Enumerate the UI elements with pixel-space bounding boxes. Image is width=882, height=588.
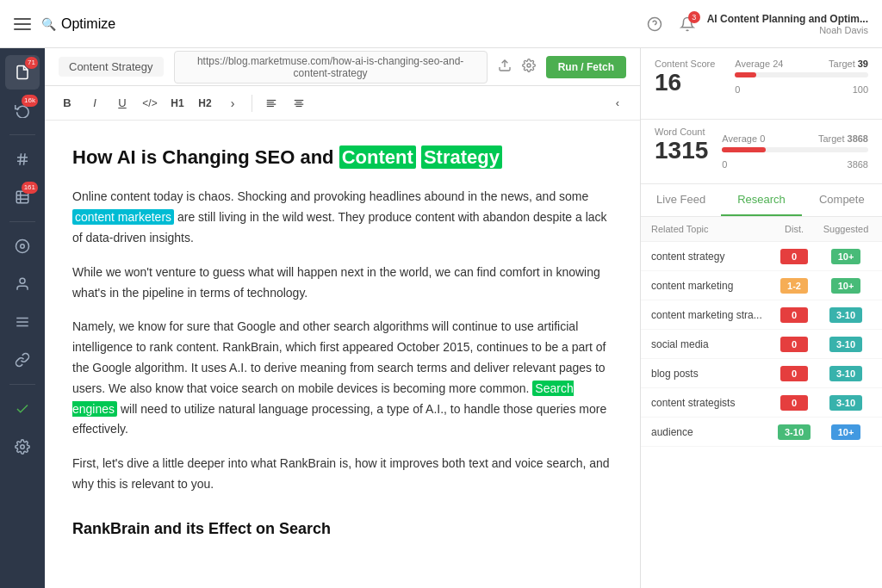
content-strategy-tab[interactable]: Content Strategy: [59, 57, 164, 77]
code-button[interactable]: </>: [138, 91, 162, 115]
word-count-label: Word Count: [655, 127, 708, 137]
sidebar-divider-1: [9, 134, 35, 135]
doc-title: AI Content Planning and Optim...: [707, 13, 868, 25]
topic-dist: 1-2: [768, 277, 820, 294]
sidebar-item-settings[interactable]: [5, 430, 40, 464]
word-meta: Average 0 Target 3868 0 3868: [722, 127, 868, 173]
table-row: content strategy 0 10+: [641, 242, 882, 271]
sidebar-badge-71: 71: [25, 57, 38, 69]
content-score-value: 16: [655, 71, 721, 95]
word-count-value: 1315: [655, 139, 708, 163]
h1-button[interactable]: H1: [165, 91, 189, 115]
paragraph-3: Namely, we know for sure that Google and…: [72, 317, 612, 440]
table-row: content marketing 1-2 10+: [641, 271, 882, 300]
topic-sugg: 3-10: [820, 306, 872, 323]
svg-point-15: [527, 64, 531, 67]
format-bar: B I U </> H1 H2 › ‹: [45, 86, 640, 121]
left-sidebar: 71 16k 161: [0, 48, 45, 588]
target-value: 39: [858, 59, 868, 69]
topic-dist: 0: [768, 306, 820, 323]
svg-point-7: [16, 240, 29, 253]
bold-button[interactable]: B: [55, 91, 79, 115]
collapse-button[interactable]: ‹: [606, 91, 630, 115]
menu-icon[interactable]: [14, 15, 31, 33]
sidebar-item-check[interactable]: [5, 392, 40, 426]
main-layout: 71 16k 161: [0, 48, 882, 588]
score-meta: Average 24 Target 39 0 100: [735, 59, 868, 98]
avg-value: 24: [773, 59, 783, 69]
word-avg-label: Average 0: [722, 133, 765, 144]
upload-icon[interactable]: [498, 59, 512, 76]
tab-research[interactable]: Research: [721, 184, 801, 216]
highlight-content-marketers: content marketers: [72, 209, 174, 225]
run-fetch-button[interactable]: Run / Fetch: [546, 56, 626, 78]
bar-min: 0: [735, 84, 740, 95]
word-bar-min: 0: [722, 159, 727, 170]
underline-button[interactable]: U: [110, 91, 134, 115]
url-bar[interactable]: https://blog.marketmuse.com/how-ai-is-ch…: [174, 51, 488, 84]
word-target-label: Target 3868: [818, 133, 868, 144]
svg-point-9: [20, 278, 25, 283]
target-label: Target 39: [829, 59, 868, 69]
gear-icon[interactable]: [522, 59, 536, 76]
table-row: audience 3-10 10+: [641, 418, 882, 447]
svg-point-13: [21, 445, 25, 449]
sidebar-item-circle[interactable]: [5, 229, 40, 263]
top-bar-right: 3 AI Content Planning and Optim... Noah …: [645, 13, 868, 35]
topic-sugg: 3-10: [820, 365, 872, 381]
tab-live-feed[interactable]: Live Feed: [641, 184, 721, 216]
word-count-block: Word Count 1315: [655, 127, 708, 163]
title-plain: How AI is Changing SEO and: [72, 146, 339, 168]
sidebar-item-undo[interactable]: 16k: [5, 93, 40, 127]
col-topic: Related Topic: [651, 224, 768, 234]
notification-icon[interactable]: 3: [678, 15, 697, 34]
heading-rankbrain: RankBrain and its Effect on Search: [72, 516, 612, 542]
tab-compete[interactable]: Compete: [802, 184, 882, 216]
doc-author: Noah Davis: [819, 25, 868, 35]
italic-button[interactable]: I: [83, 91, 107, 115]
topic-name: content marketing: [651, 280, 768, 292]
sidebar-item-user[interactable]: [5, 267, 40, 301]
top-bar-icons: 3: [645, 15, 697, 34]
related-topics-table: Related Topic Dist. Suggested content st…: [641, 217, 882, 588]
article-title: How AI is Changing SEO and Content Strat…: [72, 141, 612, 173]
sidebar-item-documents[interactable]: 71: [5, 55, 40, 90]
col-dist: Dist.: [768, 224, 820, 234]
sidebar-item-checklist[interactable]: 161: [5, 180, 40, 214]
word-count-section: Word Count 1315 Average 0 Target 3868 0 …: [641, 120, 882, 184]
sidebar-badge-16k: 16k: [22, 95, 38, 107]
optimize-area: 🔍 Optimize: [41, 16, 635, 32]
h2-button[interactable]: H2: [193, 91, 217, 115]
format-separator: [252, 95, 252, 112]
score-bar-labels: 0 100: [735, 84, 868, 95]
topic-name: blog posts: [651, 368, 768, 380]
arrow-button[interactable]: ›: [220, 91, 245, 115]
topic-sugg: 3-10: [820, 394, 872, 411]
editor[interactable]: How AI is Changing SEO and Content Strat…: [45, 121, 640, 588]
help-icon[interactable]: [645, 15, 664, 34]
sidebar-item-hash[interactable]: [5, 142, 40, 176]
word-progress-fill: [722, 147, 766, 152]
topic-dist: 0: [768, 248, 820, 264]
sidebar-item-links[interactable]: [5, 343, 40, 377]
topic-name: content strategists: [651, 397, 768, 409]
panel-tabs: Live Feed Research Compete: [641, 184, 882, 217]
align-center-button[interactable]: [287, 91, 311, 115]
topic-dist: 3-10: [768, 424, 820, 440]
svg-point-8: [21, 244, 25, 249]
sidebar-item-sections[interactable]: [5, 305, 40, 339]
topic-dist: 0: [768, 394, 820, 411]
right-panel: Content Score 16 Average 24 Target 39 0 …: [641, 48, 882, 588]
word-bar-max: 3868: [848, 159, 868, 170]
col-suggested: Suggested: [820, 224, 872, 234]
bar-max: 100: [853, 84, 868, 95]
search-icon: 🔍: [41, 17, 56, 31]
paragraph-2: While we won't venture to guess what wil…: [72, 263, 612, 304]
table-header: Related Topic Dist. Suggested: [641, 217, 882, 242]
align-left-button[interactable]: [259, 91, 283, 115]
title-highlight2: Strategy: [421, 145, 502, 169]
svg-line-5: [24, 153, 26, 165]
table-row: blog posts 0 3-10: [641, 359, 882, 388]
topic-sugg: 10+: [820, 424, 872, 440]
topic-name: social media: [651, 338, 768, 350]
